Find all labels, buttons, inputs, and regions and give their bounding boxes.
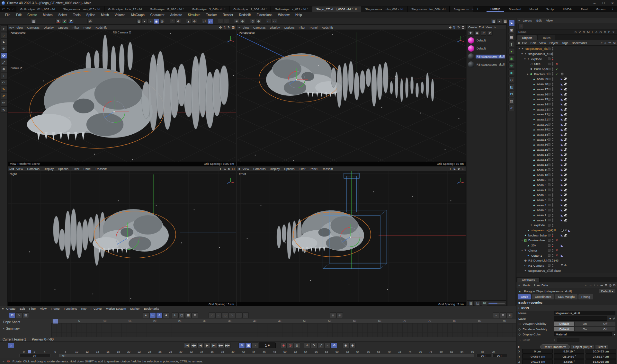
phong-tag-icon[interactable]: ◣	[561, 118, 563, 121]
tweak-tool-icon[interactable]: ➤	[1, 39, 7, 45]
goto-start-icon[interactable]: |◀	[184, 342, 190, 348]
layer-toggle[interactable]	[548, 269, 550, 272]
menu-file[interactable]: File	[3, 13, 13, 17]
uvw-tag-icon[interactable]	[564, 128, 567, 131]
viewport-menu-options[interactable]: Options	[282, 167, 297, 171]
visibility-dots[interactable]	[552, 113, 553, 116]
visibility-dots[interactable]	[552, 153, 553, 156]
menu-volume[interactable]: Volume	[112, 13, 128, 17]
forward-icon[interactable]: →	[589, 283, 592, 287]
search-icon[interactable]: ⌕	[601, 41, 603, 45]
home-icon[interactable]: ⌂	[604, 41, 606, 45]
object-row[interactable]: ▾◧Boolean live✕	[516, 238, 617, 243]
filter-icon[interactable]: ≔	[608, 41, 612, 45]
detach-icon[interactable]: ⧉	[613, 41, 615, 45]
uvw-tag-icon[interactable]	[564, 163, 567, 166]
phong-tag-icon[interactable]: ◣	[561, 178, 563, 182]
maximize-view-icon[interactable]: ⊡	[232, 26, 235, 29]
axis-mode-icon[interactable]: ◎	[159, 19, 165, 24]
phong-tag-icon[interactable]: ◣	[561, 168, 563, 171]
menu-mograph[interactable]: MoGraph	[129, 13, 147, 17]
layer-toggle[interactable]	[548, 78, 550, 80]
scale-tool-icon[interactable]: ⤢	[1, 59, 7, 66]
panel-menu-icon[interactable]: ≡	[12, 167, 14, 171]
visibility-dots[interactable]	[552, 173, 553, 176]
summary-row[interactable]: ▪Summary	[3, 327, 51, 330]
soft-body-icon[interactable]: ◉	[508, 55, 515, 62]
dropdown-arrow-icon[interactable]: ▾	[609, 317, 611, 320]
mograph-icon[interactable]: ✳	[234, 19, 239, 24]
layer-toggle[interactable]	[548, 48, 550, 50]
lock-icon[interactable]: ⊠	[605, 283, 607, 287]
visibility-option-off[interactable]: Off	[595, 322, 615, 326]
expander-icon[interactable]: ▾	[521, 239, 523, 242]
texture-mode-icon[interactable]: ◑	[148, 19, 153, 24]
objects-menu-object[interactable]: Object	[548, 41, 560, 45]
uvw-tag-icon[interactable]	[564, 93, 567, 96]
keyframe-selection-icon[interactable]: ◎	[294, 342, 300, 348]
viewport-menu-filter[interactable]: Filter	[71, 26, 81, 29]
attributes-tab[interactable]: Attributes	[517, 277, 540, 282]
material-list-view-icon[interactable]: ▦	[468, 301, 474, 306]
add-keyframe-button[interactable]: ◇	[8, 342, 14, 348]
bezier-tool-icon[interactable]: ◠	[1, 79, 7, 86]
timeline-menu-f-curve[interactable]: F-Curve	[89, 307, 103, 310]
start-frame-field[interactable]: 0 F	[19, 354, 51, 357]
timeline-menu-edit[interactable]: Edit	[18, 307, 27, 310]
object-row[interactable]: ▲aaaa.28◣	[516, 82, 617, 87]
material-menu-view[interactable]: View	[486, 26, 492, 29]
visibility-dots[interactable]	[552, 57, 553, 60]
object-row[interactable]: ❖Push Apart✓	[516, 67, 617, 72]
next-key-icon[interactable]: ◆▶	[218, 342, 224, 348]
undo-icon[interactable]: ↶	[2, 7, 4, 11]
viewport-menu-filter[interactable]: Filter	[297, 26, 307, 29]
spline-interp-icon[interactable]: ∿	[229, 312, 235, 318]
viewport-menu-redshift[interactable]: Redshift	[320, 26, 335, 29]
uvw-tag-icon[interactable]	[564, 209, 567, 211]
polygons-mode-icon[interactable]: ▲	[186, 19, 191, 24]
model-mode-icon[interactable]: ◐	[142, 19, 148, 24]
object-row[interactable]: ●Cutter 1✕◣	[516, 253, 617, 258]
layer-toggle[interactable]	[548, 158, 550, 161]
visibility-option-off[interactable]: Off	[595, 327, 615, 331]
layer-toggle[interactable]	[548, 108, 550, 111]
layer-toggle[interactable]	[548, 148, 550, 151]
layer-toggle[interactable]	[548, 173, 550, 176]
viewport-canvas[interactable]: Perspective	[237, 30, 466, 162]
viewport-layout-icon[interactable]: ▦	[31, 19, 36, 24]
visibility-dots[interactable]	[552, 163, 553, 166]
pan-view-icon[interactable]: ✛	[219, 26, 221, 29]
layer-toggle[interactable]	[548, 209, 550, 211]
object-row[interactable]: ▲aaaa.10◣	[516, 172, 617, 177]
layer-toggle[interactable]	[548, 133, 550, 136]
phong-tag-icon[interactable]: ◣	[561, 153, 563, 156]
reverse-interp-icon[interactable]: ⟍	[242, 312, 249, 318]
enable-state-icon[interactable]: ✕	[556, 239, 558, 242]
material-tag-icon[interactable]	[561, 73, 564, 75]
snap-icon[interactable]: ⇄	[202, 19, 207, 24]
object-row[interactable]: ▲aaaa.12◣	[516, 162, 617, 167]
viewport-menu-panel[interactable]: Panel	[308, 167, 319, 171]
layer-picker-icon[interactable]: ✐	[613, 317, 615, 320]
visibility-dots[interactable]	[552, 148, 553, 151]
document-tab[interactable]: Griffin-Ape...2_006.c4d *	[229, 6, 271, 12]
timeline-menu-frame[interactable]: Frame	[49, 307, 61, 310]
object-row[interactable]: ▲aaaa.14◣	[516, 152, 617, 157]
ease-out-icon[interactable]: ⌒	[236, 312, 242, 318]
visibility-dots[interactable]	[552, 98, 553, 101]
visibility-dots[interactable]	[552, 193, 553, 197]
menu-simulate[interactable]: Simulate	[185, 13, 203, 17]
rotate-tool-icon[interactable]: ⟳	[1, 52, 7, 59]
object-row[interactable]: ▾⌖stegosaurus_skull	[516, 51, 617, 57]
uvw-tag-icon[interactable]	[564, 158, 567, 161]
display-tag-icon[interactable]: ✳	[565, 229, 567, 232]
layer-toggle[interactable]	[548, 103, 550, 105]
uvw-tag-icon[interactable]	[564, 98, 567, 101]
rotation-field[interactable]: 3.6655 °	[554, 359, 585, 364]
tab-takes[interactable]: Takes	[538, 35, 555, 40]
layout-model[interactable]: Model	[525, 7, 541, 12]
track-before-icon[interactable]: ◉	[343, 342, 349, 348]
expander-icon[interactable]: ▾	[521, 249, 523, 252]
track-after-icon[interactable]: ◉	[349, 342, 356, 348]
uvw-tag-icon[interactable]	[564, 83, 567, 85]
